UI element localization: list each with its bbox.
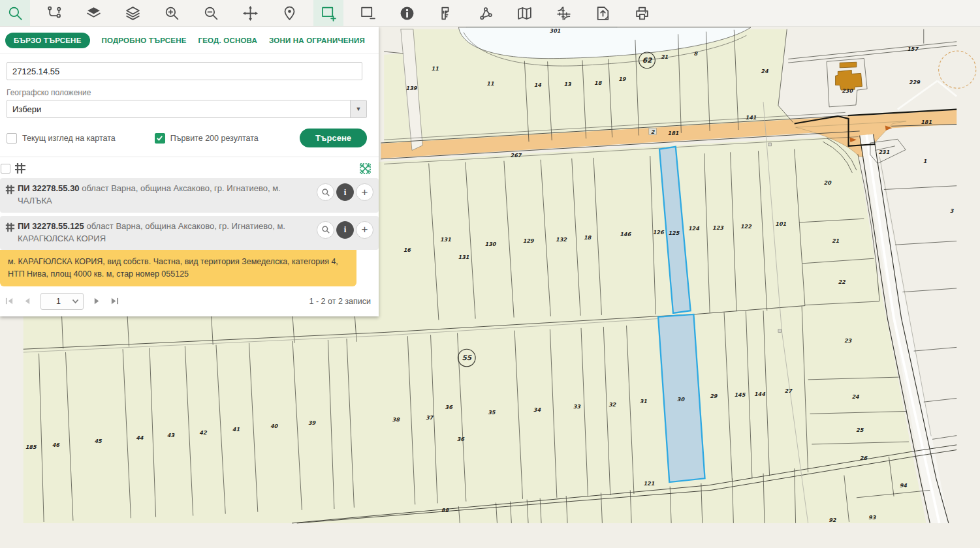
parcel-number: 14 xyxy=(534,82,542,88)
location-label: Географско положение xyxy=(7,88,372,97)
parcel-number: 38 xyxy=(392,416,401,423)
route-tool-button[interactable] xyxy=(39,0,69,26)
parcel-number: 126 xyxy=(653,229,665,236)
parcel-number: 122 xyxy=(740,223,752,230)
magnifier-icon xyxy=(321,225,330,234)
info-tool-button[interactable] xyxy=(392,0,422,26)
application-window: 2625530111111413181921824139157229230181… xyxy=(0,0,980,548)
search-tool-button[interactable] xyxy=(0,0,30,26)
parcel-number: 46 xyxy=(52,442,61,448)
parcel-number: 123 xyxy=(712,224,724,231)
parcel-number: 19 xyxy=(618,76,627,82)
layers-tool-button[interactable] xyxy=(118,0,148,26)
first-page-button[interactable] xyxy=(5,297,14,305)
tab-restriction-zones[interactable]: ЗОНИ НА ОГРАНИЧЕНИЯ xyxy=(269,37,365,44)
select-add-icon xyxy=(321,5,337,22)
grid-icon[interactable] xyxy=(14,162,26,174)
search-tabs: БЪРЗО ТЪРСЕНЕПОДРОБНО ТЪРСЕНЕГЕОД. ОСНОВ… xyxy=(0,26,379,54)
tab-detailed-search[interactable]: ПОДРОБНО ТЪРСЕНЕ xyxy=(102,37,187,44)
select-add-tool-button[interactable] xyxy=(313,0,343,26)
result-info-button[interactable]: i xyxy=(336,183,354,201)
info-icon xyxy=(399,5,415,22)
polygon-icon xyxy=(477,5,494,22)
export-tool-button[interactable] xyxy=(588,0,618,26)
parcel-number: 18 xyxy=(584,234,592,241)
route-icon xyxy=(46,5,63,22)
result-info-button[interactable]: i xyxy=(336,221,354,239)
building xyxy=(840,62,857,68)
parcel-number: 131 xyxy=(440,236,451,243)
parcel-number: 267 xyxy=(511,152,522,159)
parcel-number: 34 xyxy=(533,406,541,413)
current-map-view-checkbox[interactable] xyxy=(7,133,17,144)
last-page-button[interactable] xyxy=(110,297,119,305)
parcel-number: 139 xyxy=(406,85,418,91)
layers-filled-tool-button[interactable] xyxy=(78,0,108,26)
first-200-checkbox[interactable] xyxy=(155,133,165,144)
tab-geodetic-basis[interactable]: ГЕОД. ОСНОВА xyxy=(198,37,258,44)
select-all-checkbox[interactable] xyxy=(1,164,10,174)
search-icon xyxy=(7,5,24,22)
location-pin-icon xyxy=(281,5,298,22)
parcel-number: 131 xyxy=(458,254,469,260)
parcel-number: 39 xyxy=(308,419,317,426)
parcel-number: 93 xyxy=(868,514,877,521)
location-select[interactable]: Избери ▼ xyxy=(7,100,367,118)
parcel-number: 33 xyxy=(573,403,582,410)
selected-parcel-number: 125 xyxy=(668,230,680,236)
print-tool-button[interactable] xyxy=(627,0,657,26)
zoom-to-result-button[interactable] xyxy=(317,221,334,239)
parcel-number: 20 xyxy=(824,179,832,186)
search-input[interactable] xyxy=(7,62,362,80)
prev-page-button[interactable] xyxy=(23,297,31,305)
search-options-row: Текущ изглед на картата Първите 200 резу… xyxy=(7,129,367,147)
parcel-number: 146 xyxy=(620,231,631,237)
polygon-tool-button[interactable] xyxy=(470,0,500,26)
pan-icon xyxy=(242,5,259,22)
add-result-button[interactable]: + xyxy=(356,221,373,239)
parcel-number: 229 xyxy=(909,79,921,85)
zoom-in-tool-button[interactable] xyxy=(157,0,187,26)
parcel-number: 88 xyxy=(441,507,450,513)
zoom-to-result-button[interactable] xyxy=(317,183,334,201)
parcel-number: 121 xyxy=(643,480,654,487)
parcel-number: 29 xyxy=(710,393,718,399)
map-sheet-icon xyxy=(516,5,533,22)
parcel-number: 31 xyxy=(640,398,648,404)
zoom-out-tool-button[interactable] xyxy=(196,0,226,26)
print-icon xyxy=(634,5,650,22)
parcel-number: 21 xyxy=(661,53,669,60)
measure-tool-button[interactable] xyxy=(431,0,461,26)
chevron-down-icon[interactable]: ▼ xyxy=(350,100,366,117)
selected-parcel-number: 30 xyxy=(677,396,686,403)
parcel-number: 144 xyxy=(754,391,765,397)
page-select[interactable]: 1 xyxy=(40,293,84,310)
parcel-id: ПИ 32278.55.125 xyxy=(18,221,84,231)
massif-number: 55 xyxy=(462,354,471,361)
search-panel: БЪРЗО ТЪРСЕНЕПОДРОБНО ТЪРСЕНЕГЕОД. ОСНОВ… xyxy=(0,26,379,316)
zoom-to-extent-icon[interactable] xyxy=(360,163,371,174)
coordinates-tool-button[interactable] xyxy=(548,0,578,26)
utility-pole-marker xyxy=(778,329,782,333)
map-sheet-tool-button[interactable] xyxy=(509,0,539,26)
pan-tool-button[interactable] xyxy=(235,0,265,26)
add-result-button[interactable]: + xyxy=(356,183,373,201)
next-page-button[interactable] xyxy=(93,297,101,305)
search-button[interactable]: Търсене xyxy=(300,129,367,147)
parcel-number: 94 xyxy=(900,482,908,489)
parcel-number: 24 xyxy=(851,393,859,400)
parcel-number: 124 xyxy=(688,225,699,232)
result-row[interactable]: ПИ 32278.55.125 област Варна, община Акс… xyxy=(0,216,379,251)
pagination-summary: 1 - 2 от 2 записи xyxy=(309,297,371,306)
tab-quick-search[interactable]: БЪРЗО ТЪРСЕНЕ xyxy=(5,33,90,48)
result-row[interactable]: ПИ 32278.55.30 област Варна, община Акса… xyxy=(0,178,379,213)
parcel-number: 41 xyxy=(232,426,240,433)
location-pin-tool-button[interactable] xyxy=(274,0,304,26)
parcel-number: 181 xyxy=(921,119,932,125)
results-header xyxy=(0,162,375,174)
parcel-number: 36 xyxy=(445,404,454,410)
select-subtract-tool-button[interactable] xyxy=(353,0,383,26)
layers-icon xyxy=(125,5,141,22)
results-list: ПИ 32278.55.30 област Варна, община Акса… xyxy=(0,178,379,250)
select-subtract-icon xyxy=(360,5,376,22)
